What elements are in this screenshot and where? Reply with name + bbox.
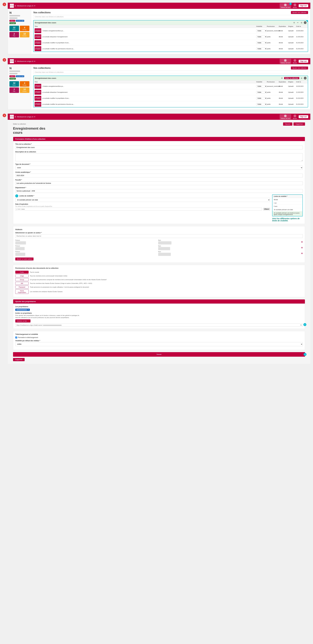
settings-icon-2[interactable]: ⚙ (281, 77, 283, 80)
ajouter-btn-2[interactable]: + Ajouter (293, 59, 297, 64)
nav-hamburger-1[interactable]: ☰ (15, 5, 16, 7)
sign-out-btn-3[interactable]: Sign out (299, 115, 308, 118)
owners-annotation-2: 2 (304, 323, 306, 326)
row-visibility-select-2-3[interactable]: Visible (256, 97, 267, 100)
row-created-2-1: 16.08.2023 (296, 86, 307, 87)
generate-link-btn[interactable]: Générer un lien ⚠ (15, 320, 30, 322)
save-btn-top[interactable]: Sauver (283, 122, 292, 126)
authors-card: Auteurs Sélectionner ou ajouter un auteu… (13, 226, 305, 263)
tableau-btn-2[interactable]: Tableau de bord (280, 59, 291, 64)
collection-name-2: Enregistrement des cours (35, 77, 56, 79)
search-bar-2[interactable]: Cherchez dans vos fichiers et collection… (33, 70, 308, 74)
ajouter-btn-3[interactable]: + Ajouter (293, 114, 297, 119)
sidebar-2: N unige.ch member-staff manager! 32 Docs… (8, 64, 31, 110)
perm-unige-btn[interactable]: Unige (15, 274, 28, 277)
row-exp-2-3: illimité (279, 98, 288, 99)
row-visibility-select-1-2[interactable]: Visible (256, 36, 267, 38)
navbar-left-3: UNIVERSITÉ DE GENÈVE ☰ Mediaserver.unige… (10, 115, 35, 119)
expiration-date-input[interactable] (15, 208, 262, 210)
visibility-default-group: Visibilité par défaut des médias * visib… (15, 340, 303, 346)
search-bar-1[interactable]: Cherchez dans vos fichiers et collection… (33, 15, 308, 18)
tag-manager-2: manager! (9, 78, 16, 80)
row-desc-1-3: je souhaite modifier le propriétaire d'u… (42, 42, 256, 44)
visibility-left: 1 Limite de visibilité * Je souhaite pré… (15, 194, 270, 212)
download-checkbox[interactable] (15, 336, 17, 338)
row-desc-1-4: je souhaite modifier les permissions d'a… (42, 48, 256, 50)
svg-rect-4 (286, 4, 286, 5)
vis-option-1an[interactable]: 1 an (273, 201, 303, 205)
sign-out-btn-2[interactable]: Sign out (299, 60, 308, 63)
edit-icon-1[interactable]: ✏ (296, 21, 299, 24)
site-dropdown-1[interactable]: ▾ (34, 5, 35, 7)
row-visibility-select-1-3[interactable]: Visible (256, 42, 267, 44)
field-visibility-label: Limite de visibilité * (19, 195, 34, 197)
add-author-btn[interactable]: Ajouter un autre auteur (15, 258, 33, 260)
author-remove-btn-1[interactable]: ✕ (301, 241, 303, 243)
author-row-2: Prénom Nom ✕ (15, 245, 303, 250)
save-btn-bottom[interactable]: Sauver (13, 352, 305, 357)
site-dropdown-3[interactable]: ▾ (34, 116, 35, 118)
row-visibility-select-1-1[interactable]: Visible (256, 30, 267, 32)
author-remove-btn-2[interactable]: ✕ (301, 246, 303, 249)
bottom-annotation-2: 2 (304, 353, 307, 356)
add-collection-btn-2[interactable]: Ajouter une collection (291, 66, 308, 70)
perm-group-btn[interactable]: Group (15, 278, 28, 281)
perm-aai-btn[interactable]: AAI (15, 282, 28, 285)
vis-option-illimite[interactable]: Illimité (273, 198, 303, 201)
field-type-select[interactable]: cours (15, 166, 303, 170)
share-icon-1[interactable]: ⊞ (300, 21, 303, 24)
edit-page: Editer la collection Sauver Supprimer En… (8, 120, 310, 364)
row-visibility-select-2-4[interactable]: Visible (256, 103, 267, 106)
authors-title: Auteurs (15, 228, 303, 230)
user-initial-2: N (9, 66, 29, 70)
tag-manager-1: manager! (9, 22, 16, 24)
row-visibility-select-2-2[interactable]: Visible (256, 91, 267, 94)
field-visibility-select[interactable]: Je souhaite préciser une date Illimité 1… (15, 198, 270, 202)
perm-homeorg-btn[interactable]: Home Organization (15, 289, 28, 294)
field-titre-input[interactable] (15, 146, 303, 149)
delete-btn-bottom[interactable]: Supprimer (13, 358, 25, 361)
add-collection-btn-1[interactable]: Ajouter une collection (291, 11, 308, 14)
share-icon-2[interactable]: ⊞ (300, 77, 303, 80)
vis-option-date[interactable]: Je souhaite préciser une date (273, 208, 303, 211)
vis-option-5ans[interactable]: 5 ans (273, 205, 303, 208)
field-faculte-input[interactable] (15, 182, 303, 185)
field-desc-textarea[interactable] (15, 153, 303, 161)
perm-public-btn[interactable]: Public (15, 271, 28, 274)
sign-out-btn-1[interactable]: Sign out (299, 4, 308, 7)
generate-link-row: Générer un lien ⚠ (15, 320, 303, 322)
site-dropdown-2[interactable]: ▾ (34, 60, 35, 62)
step-3-indicator: 3 (3, 114, 6, 117)
nav-hamburger-3[interactable]: ☰ (15, 116, 16, 118)
field-dept-group: Département * (15, 187, 303, 193)
row-visibility-select-1-4[interactable]: Visible (256, 48, 267, 50)
field-annee-input[interactable] (15, 174, 303, 178)
authors-search-input[interactable] (15, 234, 303, 238)
copy-icon[interactable]: ⧉ (301, 324, 302, 326)
settings-icon-1[interactable]: ⚙ (293, 21, 296, 24)
vis-option-duree[interactable]: Je souhaite préciser une durée en jours … (273, 211, 303, 216)
visibility-default-select[interactable]: visible hidden (15, 342, 303, 346)
nav-hamburger-2[interactable]: ☰ (15, 60, 16, 62)
row-visibility-select-2-1[interactable]: Visible (256, 85, 267, 88)
row-exp-2-2: illimité (279, 92, 288, 93)
ajouter-btn-1[interactable]: + Ajouter (293, 4, 297, 8)
effacer-btn[interactable]: Effacer (263, 208, 270, 210)
owner-tag-row: ✕ (15, 308, 303, 311)
field-dept-input[interactable] (15, 189, 303, 193)
section-2: UNIVERSITÉ DE GENÈVE ☰ Mediaserver.unige… (8, 58, 310, 110)
row-exp-2-1: illimité (279, 86, 288, 87)
author-remove-btn-3[interactable]: ✕ (301, 252, 303, 255)
perm-password-btn[interactable]: Password (15, 286, 28, 288)
tableau-btn-3[interactable]: Tableau de bord (280, 114, 291, 120)
row-created-1-3: 01.09.2023 (296, 42, 307, 44)
svg-text:DE GENÈVE: DE GENÈVE (10, 116, 14, 118)
col-origine-2: Origine (288, 81, 296, 83)
delete-btn-top[interactable]: Supprimer (294, 122, 305, 126)
badge-count-1: 22 (304, 21, 307, 24)
field-desc-group: Description de la collection (15, 151, 303, 162)
row-desc-1-1: Création enregistrement/live po... (42, 30, 256, 32)
svg-text:UNIVERSITÉ: UNIVERSITÉ (10, 60, 14, 61)
edit-collection-label-2[interactable]: Editer la collection (284, 77, 299, 79)
owner-remove-btn-1[interactable]: ✕ (27, 309, 29, 310)
